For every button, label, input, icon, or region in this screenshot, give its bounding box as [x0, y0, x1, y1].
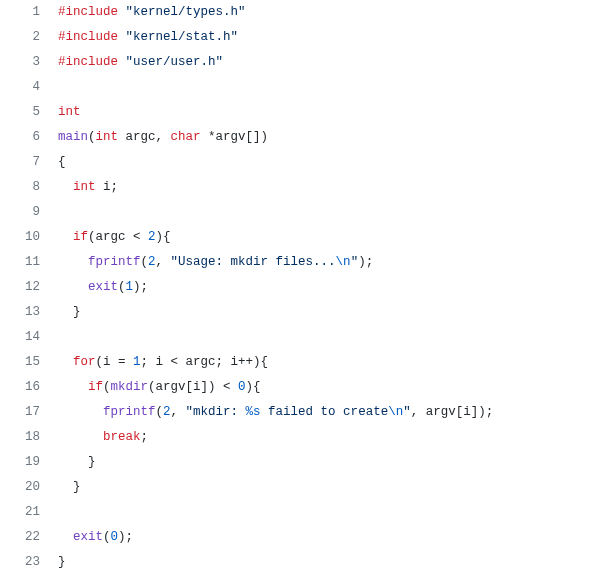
code-content: } [52, 300, 607, 325]
code-content: int i; [52, 175, 607, 200]
line-number: 4 [0, 75, 52, 100]
token: (i = [96, 355, 134, 369]
code-content [52, 200, 607, 225]
token: , [171, 405, 186, 419]
code-line: 8 int i; [0, 175, 607, 200]
code-line: 3#include "user/user.h" [0, 50, 607, 75]
code-content: if(mkdir(argv[i]) < 0){ [52, 375, 607, 400]
line-number: 10 [0, 225, 52, 250]
code-content: break; [52, 425, 607, 450]
code-line: 17 fprintf(2, "mkdir: %s failed to creat… [0, 400, 607, 425]
token: "Usage: mkdir files... [171, 255, 336, 269]
token: } [58, 555, 66, 569]
token: 1 [126, 280, 134, 294]
code-line: 12 exit(1); [0, 275, 607, 300]
code-content: } [52, 450, 607, 475]
token: "user/user.h" [126, 55, 224, 69]
token: main [58, 130, 88, 144]
code-line: 10 if(argc < 2){ [0, 225, 607, 250]
code-content: main(int argc, char *argv[]) [52, 125, 607, 150]
code-content [52, 500, 607, 525]
line-number: 14 [0, 325, 52, 350]
token: for [73, 355, 96, 369]
token: ); [133, 280, 148, 294]
token: (argc < [88, 230, 148, 244]
token: %s [246, 405, 261, 419]
token: " [351, 255, 359, 269]
token: , [156, 255, 171, 269]
code-line: 2#include "kernel/stat.h" [0, 25, 607, 50]
code-content: fprintf(2, "mkdir: %s failed to create\n… [52, 400, 607, 425]
token: ( [88, 130, 96, 144]
token: char [171, 130, 201, 144]
line-number: 19 [0, 450, 52, 475]
line-number: 12 [0, 275, 52, 300]
token [118, 55, 126, 69]
line-number: 3 [0, 50, 52, 75]
token: 2 [148, 230, 156, 244]
token: \n [388, 405, 403, 419]
token: mkdir [111, 380, 149, 394]
code-content: fprintf(2, "Usage: mkdir files...\n"); [52, 250, 607, 275]
token: ); [118, 530, 133, 544]
line-number: 8 [0, 175, 52, 200]
token [118, 30, 126, 44]
code-line: 7{ [0, 150, 607, 175]
code-line: 19 } [0, 450, 607, 475]
code-line: 9 [0, 200, 607, 225]
token [58, 255, 88, 269]
token: ( [156, 405, 164, 419]
code-content: } [52, 475, 607, 500]
code-line: 22 exit(0); [0, 525, 607, 550]
line-number: 9 [0, 200, 52, 225]
token: exit [88, 280, 118, 294]
token: ( [141, 255, 149, 269]
line-number: 7 [0, 150, 52, 175]
code-line: 16 if(mkdir(argv[i]) < 0){ [0, 375, 607, 400]
token: , argv[i]); [411, 405, 494, 419]
token: 0 [111, 530, 119, 544]
code-content [52, 325, 607, 350]
code-line: 14 [0, 325, 607, 350]
token: { [58, 155, 66, 169]
code-content [52, 75, 607, 100]
token: \n [336, 255, 351, 269]
code-line: 11 fprintf(2, "Usage: mkdir files...\n")… [0, 250, 607, 275]
code-line: 5int [0, 100, 607, 125]
line-number: 21 [0, 500, 52, 525]
token: } [58, 305, 81, 319]
code-line: 23} [0, 550, 607, 575]
token: ; i < argc; i++){ [141, 355, 269, 369]
token: 1 [133, 355, 141, 369]
token: if [88, 380, 103, 394]
line-number: 6 [0, 125, 52, 150]
token [58, 230, 73, 244]
code-line: 4 [0, 75, 607, 100]
token [58, 355, 73, 369]
code-line: 20 } [0, 475, 607, 500]
token [58, 180, 73, 194]
token: int [58, 105, 81, 119]
token: } [58, 455, 96, 469]
token: #include [58, 5, 118, 19]
token [118, 5, 126, 19]
line-number: 23 [0, 550, 52, 575]
line-number: 20 [0, 475, 52, 500]
line-number: 1 [0, 0, 52, 25]
line-number: 15 [0, 350, 52, 375]
token [58, 430, 103, 444]
token: ( [103, 530, 111, 544]
code-line: 13 } [0, 300, 607, 325]
token: *argv[]) [201, 130, 269, 144]
code-content: #include "kernel/stat.h" [52, 25, 607, 50]
code-content: if(argc < 2){ [52, 225, 607, 250]
code-line: 6main(int argc, char *argv[]) [0, 125, 607, 150]
token: #include [58, 30, 118, 44]
token: 0 [238, 380, 246, 394]
code-content: int [52, 100, 607, 125]
line-number: 18 [0, 425, 52, 450]
token: exit [73, 530, 103, 544]
token: (argv[i]) < [148, 380, 238, 394]
token: ( [118, 280, 126, 294]
token: 2 [148, 255, 156, 269]
